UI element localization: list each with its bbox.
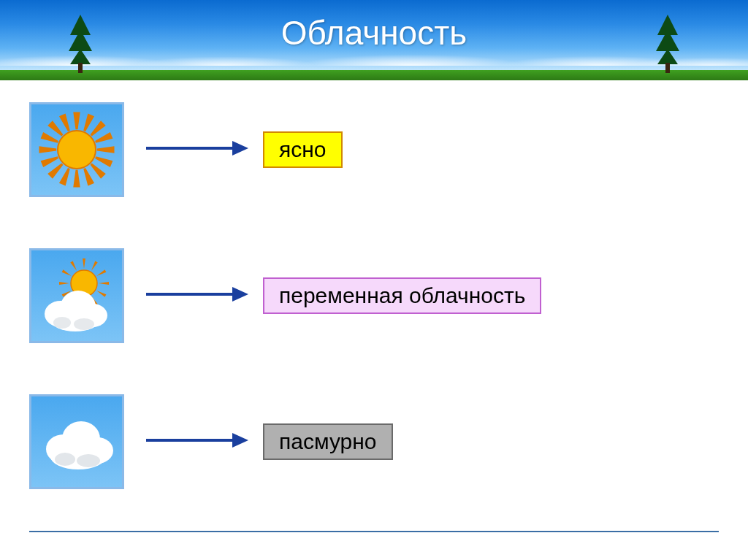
svg-point-49 [77, 454, 100, 467]
svg-point-20 [58, 131, 96, 169]
svg-marker-11 [83, 168, 93, 185]
svg-marker-7 [95, 134, 112, 144]
svg-marker-18 [50, 123, 64, 137]
grass-decoration [0, 70, 748, 80]
svg-point-48 [55, 453, 75, 466]
page-title: Облачность [0, 13, 748, 53]
sun-cloud-icon [29, 248, 124, 343]
svg-marker-6 [90, 123, 104, 137]
svg-marker-33 [62, 269, 72, 277]
cloud-icon [29, 394, 124, 489]
label-partly: переменная облачность [263, 277, 541, 314]
svg-rect-1 [78, 63, 83, 73]
svg-marker-14 [50, 163, 64, 177]
svg-marker-10 [90, 163, 104, 177]
svg-marker-23 [83, 258, 85, 269]
svg-marker-15 [42, 156, 59, 166]
svg-marker-19 [61, 115, 71, 132]
label-clear: ясно [263, 131, 343, 168]
svg-point-40 [53, 317, 71, 329]
svg-marker-51 [232, 433, 248, 448]
svg-marker-13 [61, 168, 71, 185]
svg-marker-22 [232, 141, 248, 156]
sun-icon [29, 102, 124, 197]
weather-row-partly: переменная облачность [29, 248, 719, 343]
svg-rect-3 [665, 63, 670, 73]
label-overcast: пасмурно [263, 423, 393, 460]
svg-marker-4 [75, 113, 79, 129]
svg-point-41 [74, 318, 94, 330]
svg-marker-32 [59, 282, 69, 285]
svg-marker-8 [97, 147, 113, 152]
svg-marker-24 [90, 261, 97, 272]
divider [29, 531, 719, 532]
svg-marker-25 [96, 269, 106, 277]
arrow-icon [146, 139, 248, 160]
svg-marker-17 [42, 134, 59, 144]
svg-marker-27 [96, 289, 106, 296]
arrow-icon [146, 285, 248, 306]
svg-marker-26 [99, 282, 109, 285]
weather-row-clear: ясно [29, 102, 719, 197]
svg-marker-16 [40, 147, 56, 152]
header-banner: Облачность [0, 0, 748, 80]
content-area: ясно [0, 80, 748, 533]
svg-marker-9 [95, 156, 112, 166]
svg-marker-12 [75, 170, 79, 186]
svg-marker-43 [232, 287, 248, 302]
svg-marker-34 [70, 261, 77, 272]
arrow-icon [146, 431, 248, 452]
weather-row-overcast: пасмурно [29, 394, 719, 489]
svg-marker-5 [83, 115, 93, 132]
